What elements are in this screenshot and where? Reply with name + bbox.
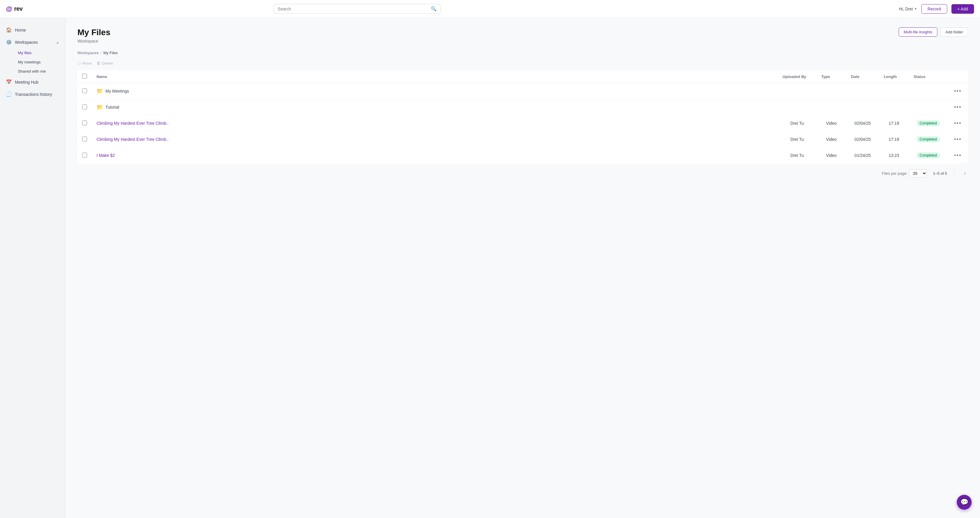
page-header: My Files Workspace Multi-file insights A… bbox=[78, 27, 968, 43]
pagination-range: 1–5 of 5 bbox=[933, 171, 947, 176]
length-cell: 17:19 bbox=[879, 131, 909, 147]
file-name: My Meetings bbox=[105, 89, 129, 94]
sidebar-sub: My files My meetings Shared with me bbox=[0, 48, 65, 76]
table-header: Name Uploaded By Type Date Length bbox=[78, 70, 968, 83]
more-actions-button[interactable]: ••• bbox=[952, 152, 963, 159]
file-name-link[interactable]: I Make $2 bbox=[97, 153, 115, 158]
sidebar-workspaces-label: Workspaces bbox=[15, 40, 38, 44]
multi-file-insights-button[interactable]: Multi-file insights bbox=[899, 27, 937, 37]
date-cell: 01/24/25 bbox=[846, 147, 879, 164]
logo-icon: @ bbox=[6, 5, 12, 13]
status-cell bbox=[909, 83, 948, 99]
meeting-hub-icon: 📅 bbox=[6, 79, 12, 85]
sidebar-item-transactions-history[interactable]: 🧾 Transactions history bbox=[0, 88, 65, 100]
row-checkbox[interactable] bbox=[82, 137, 87, 141]
sidebar: 🏠 Home ⚙️ Workspaces ▲ My files My meeti… bbox=[0, 18, 65, 518]
length-cell bbox=[879, 99, 909, 115]
logo[interactable]: @ rev bbox=[6, 5, 45, 13]
actions-cell: ••• bbox=[948, 131, 968, 147]
folder-icon: 📁 bbox=[97, 88, 103, 94]
col-type-header: Type bbox=[816, 70, 846, 83]
file-name-link[interactable]: Climbing My Hardest Ever Tree Climb.. bbox=[97, 137, 169, 142]
sidebar-item-my-files[interactable]: My files bbox=[14, 48, 65, 57]
type-cell bbox=[816, 99, 846, 115]
table-row: Climbing My Hardest Ever Tree Climb..Dre… bbox=[78, 131, 968, 147]
folder-icon: 📁 bbox=[97, 104, 103, 110]
search-input[interactable] bbox=[278, 6, 428, 11]
move-label: Move bbox=[82, 61, 92, 65]
type-cell: Video bbox=[816, 147, 846, 164]
row-checkbox[interactable] bbox=[82, 153, 87, 157]
page-header-actions: Multi-file insights Add folder bbox=[899, 27, 968, 37]
col-actions-header bbox=[948, 70, 968, 83]
sidebar-home-label: Home bbox=[15, 28, 26, 32]
sidebar-item-shared-with-me[interactable]: Shared with me bbox=[14, 67, 65, 76]
page-subtitle: Workspace bbox=[78, 39, 110, 43]
file-name-link[interactable]: Climbing My Hardest Ever Tree Climb.. bbox=[97, 121, 169, 126]
file-name: Tutorial bbox=[105, 105, 119, 110]
row-checkbox[interactable] bbox=[82, 105, 87, 109]
record-button[interactable]: Record bbox=[921, 4, 947, 14]
move-action[interactable]: ⬡ Move bbox=[78, 61, 92, 65]
sidebar-item-my-meetings[interactable]: My meetings bbox=[14, 57, 65, 67]
chevron-down-icon: ▼ bbox=[914, 7, 917, 10]
transactions-icon: 🧾 bbox=[6, 91, 12, 97]
sidebar-my-meetings-label: My meetings bbox=[18, 60, 41, 64]
sidebar-item-workspaces[interactable]: ⚙️ Workspaces ▲ bbox=[0, 36, 65, 48]
table-row: 📁My Meetings••• bbox=[78, 83, 968, 99]
search-icon: 🔍 bbox=[431, 6, 437, 12]
date-cell bbox=[846, 99, 879, 115]
user-greeting[interactable]: Hi, Drei ▼ bbox=[899, 6, 917, 11]
sidebar-meeting-hub-label: Meeting Hub bbox=[15, 80, 38, 84]
col-length-header: Length bbox=[879, 70, 909, 83]
chat-bubble[interactable]: 💬 bbox=[957, 495, 972, 510]
more-actions-button[interactable]: ••• bbox=[952, 136, 963, 143]
col-status-header: Status bbox=[909, 70, 948, 83]
file-name-cell: I Make $2 bbox=[97, 153, 773, 158]
table-row: Climbing My Hardest Ever Tree Climb..Dre… bbox=[78, 115, 968, 131]
file-name-cell: 📁Tutorial bbox=[97, 104, 773, 110]
breadcrumb-workspaces[interactable]: Workspaces bbox=[78, 51, 99, 55]
search-bar: 🔍 bbox=[274, 4, 441, 14]
user-greeting-text: Hi, Drei bbox=[899, 6, 913, 11]
col-check-header bbox=[78, 70, 92, 83]
length-cell bbox=[879, 83, 909, 99]
date-cell: 02/04/25 bbox=[846, 115, 879, 131]
pagination-next-button[interactable]: › bbox=[962, 169, 968, 177]
file-table: Name Uploaded By Type Date Length bbox=[78, 70, 968, 164]
pagination-prev-button[interactable]: ‹ bbox=[951, 169, 957, 177]
uploaded-by-cell: Drei Tu bbox=[778, 147, 816, 164]
select-all-checkbox[interactable] bbox=[82, 74, 87, 79]
chevron-up-icon: ▲ bbox=[56, 40, 59, 44]
more-actions-button[interactable]: ••• bbox=[952, 120, 963, 127]
type-cell bbox=[816, 83, 846, 99]
length-cell: 13:23 bbox=[879, 147, 909, 164]
add-folder-button[interactable]: Add folder bbox=[940, 27, 968, 37]
row-checkbox[interactable] bbox=[82, 121, 87, 126]
add-button[interactable]: + Add bbox=[951, 4, 974, 14]
sidebar-transactions-label: Transactions history bbox=[15, 92, 52, 97]
breadcrumb-separator: / bbox=[100, 51, 102, 55]
actions-cell: ••• bbox=[948, 83, 968, 99]
sidebar-item-meeting-hub[interactable]: 📅 Meeting Hub bbox=[0, 76, 65, 88]
table-body: 📁My Meetings•••📁Tutorial•••Climbing My H… bbox=[78, 83, 968, 164]
row-checkbox[interactable] bbox=[82, 88, 87, 93]
col-date-header: Date bbox=[846, 70, 879, 83]
date-cell bbox=[846, 83, 879, 99]
sidebar-shared-label: Shared with me bbox=[18, 69, 46, 73]
more-actions-button[interactable]: ••• bbox=[952, 87, 963, 95]
breadcrumb-current: My Files bbox=[103, 51, 118, 55]
page-header-left: My Files Workspace bbox=[78, 27, 110, 43]
date-cell: 02/04/25 bbox=[846, 131, 879, 147]
per-page-select[interactable]: 102550100 bbox=[909, 169, 927, 178]
layout: 🏠 Home ⚙️ Workspaces ▲ My files My meeti… bbox=[0, 18, 980, 518]
file-name-cell: Climbing My Hardest Ever Tree Climb.. bbox=[97, 137, 773, 142]
table-row: I Make $2Drei TuVideo01/24/2513:23Comple… bbox=[78, 147, 968, 164]
sidebar-item-home[interactable]: 🏠 Home bbox=[0, 24, 65, 36]
delete-action[interactable]: 🗑 Delete bbox=[97, 61, 113, 65]
length-cell: 17:19 bbox=[879, 115, 909, 131]
home-icon: 🏠 bbox=[6, 27, 12, 33]
more-actions-button[interactable]: ••• bbox=[952, 103, 963, 111]
topnav: @ rev 🔍 Hi, Drei ▼ Record + Add bbox=[0, 0, 980, 18]
status-cell bbox=[909, 99, 948, 115]
